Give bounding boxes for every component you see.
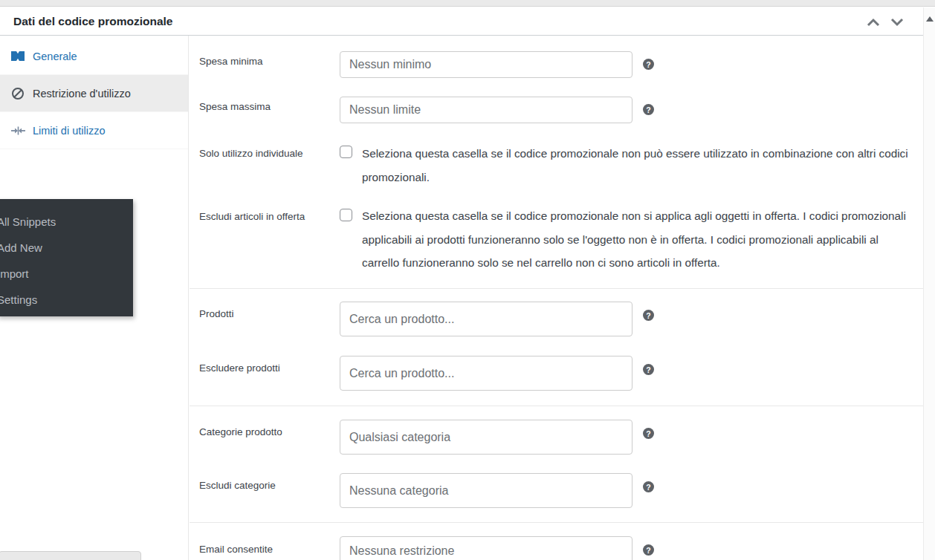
products-search-input[interactable] <box>340 302 632 336</box>
exclude-products-label: Escludere prodotti <box>199 362 280 374</box>
exclude-sale-items-checkbox[interactable] <box>340 209 352 221</box>
exclude-products-search-input[interactable] <box>340 356 632 391</box>
min-spend-label: Spesa minima <box>199 56 263 67</box>
allowed-emails-input[interactable] <box>340 536 632 560</box>
menu-item-import[interactable]: Import <box>0 261 133 287</box>
tab-restrizione-utilizzo[interactable]: Restrizione d'utilizzo <box>0 75 188 112</box>
menu-item-all-snippets[interactable]: All Snippets <box>0 209 133 235</box>
move-up-button[interactable] <box>865 17 881 29</box>
products-label: Prodotti <box>199 308 234 319</box>
min-spend-input[interactable] <box>340 51 632 78</box>
individual-use-label: Solo utilizzo individuale <box>199 148 303 159</box>
help-icon[interactable]: ? <box>643 481 654 492</box>
exclude-sale-items-label: Escludi articoli in offerta <box>199 211 305 222</box>
metabox-title: Dati del codice promozionale <box>13 7 172 36</box>
metabox-header: Dati del codice promozionale <box>0 7 923 36</box>
no-entry-icon <box>11 88 26 100</box>
help-icon[interactable]: ? <box>643 104 654 115</box>
chevron-down-icon <box>890 19 905 30</box>
tab-label: Limiti di utilizzo <box>33 125 106 137</box>
product-categories-input[interactable] <box>340 420 632 455</box>
browser-scrollbar[interactable] <box>923 7 935 560</box>
menu-item-add-new[interactable]: Add New <box>0 235 133 261</box>
product-categories-label: Categorie prodotto <box>199 426 282 437</box>
ticket-icon <box>11 51 26 62</box>
coupon-usage-restriction-panel: Spesa minima ? Spesa massima ? Solo util… <box>190 36 923 560</box>
tab-limiti-di-utilizzo[interactable]: Limiti di utilizzo <box>0 112 188 149</box>
max-spend-label: Spesa massima <box>199 101 271 112</box>
arrows-inward-icon <box>11 125 26 137</box>
allowed-emails-label: Email consentite <box>199 544 273 555</box>
exclude-categories-label: Escludi categorie <box>199 480 276 491</box>
individual-use-description[interactable]: Seleziona questa casella se il codice pr… <box>362 142 910 189</box>
help-icon[interactable]: ? <box>643 364 654 375</box>
tab-generale[interactable]: Generale <box>0 38 188 75</box>
max-spend-input[interactable] <box>340 97 632 123</box>
help-icon[interactable]: ? <box>643 310 654 321</box>
admin-flyout-menu: All Snippets Add New Import Settings <box>0 199 133 316</box>
section-divider <box>190 522 923 523</box>
chevron-up-icon <box>866 19 881 30</box>
exclude-sale-items-description[interactable]: Seleziona questa casella se il codice pr… <box>362 204 910 275</box>
move-down-button[interactable] <box>889 17 905 29</box>
exclude-categories-input[interactable] <box>340 473 632 508</box>
help-icon[interactable]: ? <box>643 428 654 439</box>
help-icon[interactable]: ? <box>643 544 654 556</box>
section-divider <box>190 406 923 406</box>
tab-label: Generale <box>33 51 77 62</box>
help-icon[interactable]: ? <box>643 59 654 70</box>
page-top-strip <box>0 0 935 7</box>
menu-item-settings[interactable]: Settings <box>0 287 133 313</box>
section-divider <box>190 288 923 289</box>
individual-use-checkbox[interactable] <box>340 146 352 158</box>
tab-label: Restrizione d'utilizzo <box>33 88 131 100</box>
scrollbar-up-arrow-icon[interactable] <box>926 16 934 22</box>
browser-status-tooltip <box>0 551 141 560</box>
